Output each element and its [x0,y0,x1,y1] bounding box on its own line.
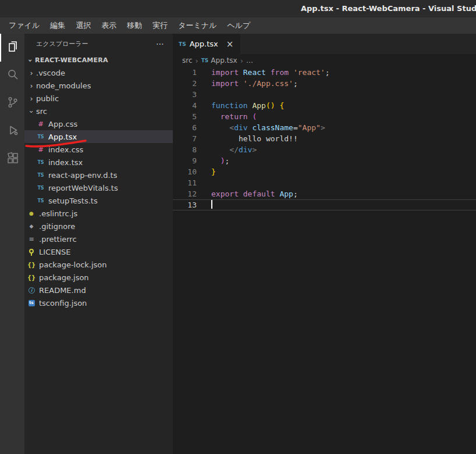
tree-item-gitignore[interactable]: ◆.gitignore [24,220,173,233]
file-label: README.md [39,286,86,295]
code-line-6[interactable]: 6 <div className="App"> [173,122,476,133]
tree-item-package-lock-json[interactable]: {}package-lock.json [24,258,173,271]
tsconfig-file-icon: ts [27,300,36,306]
tree-item-index-css[interactable]: #index.css [24,143,173,156]
line-content: } [197,166,216,177]
explorer-tree: ›.vscode›node_modules›public›src#App.css… [24,66,173,309]
code-line-12[interactable]: 12export default App; [173,188,476,199]
code-editor[interactable]: 1import React from 'react';2import './Ap… [173,67,476,454]
more-actions-button[interactable]: ⋯ [156,39,165,48]
menu-item-help[interactable]: ヘルプ [222,17,255,34]
explorer-icon [6,40,20,56]
close-icon[interactable]: × [226,39,234,49]
json-file-icon: {} [27,274,36,281]
file-label: .gitignore [39,222,75,231]
line-number: 8 [173,144,197,155]
menu-item-file[interactable]: ファイル [3,17,45,34]
menu-item-terminal[interactable]: ターミナル [173,17,222,34]
file-label: setupTests.ts [48,196,98,205]
line-content: ); [197,155,229,166]
file-label: LICENSE [39,248,71,256]
line-content: return ( [197,111,257,122]
tree-item-public[interactable]: ›public [24,92,173,105]
breadcrumb-item-3[interactable]: … [246,56,253,65]
line-number: 2 [173,78,197,89]
tree-item-index-tsx[interactable]: TSindex.tsx [24,156,173,169]
line-content [197,89,211,100]
line-content: hello world!! [197,133,298,144]
file-label: reportWebVitals.ts [48,184,118,192]
run-debug-button[interactable] [0,117,24,145]
file-label: package.json [39,273,89,282]
tree-item-reportwebvitals-ts[interactable]: TSreportWebVitals.ts [24,181,173,194]
editor-area: TS App.tsx × src›TSApp.tsx›… 1import Rea… [173,34,476,454]
tree-item-tsconfig-json[interactable]: tstsconfig.json [24,296,173,309]
tree-item-eslintrc-js[interactable]: ●.eslintrc.js [24,207,173,220]
tree-item-readme-md[interactable]: iREADME.md [24,284,173,296]
root-folder-label: REACT-WEBCAMERA [35,56,108,64]
code-line-10[interactable]: 10} [173,166,476,177]
code-line-11[interactable]: 11 [173,177,476,188]
code-line-5[interactable]: 5 return ( [173,111,476,122]
search-button[interactable] [0,62,24,90]
tab-app-tsx[interactable]: TS App.tsx × [173,34,240,54]
menu-item-edit[interactable]: 編集 [45,17,70,34]
chevron-right-icon: › [27,81,36,90]
code-line-13[interactable]: 13 [173,199,476,210]
menu-item-go[interactable]: 移動 [122,17,147,34]
menu-item-run[interactable]: 実行 [147,17,173,34]
tree-item-package-json[interactable]: {}package.json [24,271,173,284]
chevron-right-icon: › [27,94,36,103]
file-label: .vscode [36,69,65,77]
text-cursor [211,200,212,209]
chevron-down-icon: › [26,56,35,65]
code-line-4[interactable]: 4function App() { [173,100,476,111]
breadcrumb-separator-icon: › [196,56,198,65]
tree-item-prettierrc[interactable]: ≡.prettierrc [24,233,173,245]
line-content: function App() { [197,100,284,111]
source-control-button[interactable] [0,90,24,117]
ts-file-icon: TS [36,185,45,191]
line-number: 1 [173,67,197,78]
code-line-2[interactable]: 2import './App.css'; [173,78,476,89]
explorer-title: エクスプローラー [36,40,88,48]
title-bar: App.tsx - React-WebCamera - Visual Studi… [0,0,476,17]
file-label: App.tsx [48,133,77,141]
breadcrumb-item-2[interactable]: TSApp.tsx [201,56,237,65]
tree-item-node-modules[interactable]: ›node_modules [24,79,173,92]
css-file-icon: # [36,120,45,128]
ts-file-icon: TS [36,173,45,178]
file-label: public [36,94,59,103]
line-number: 9 [173,155,197,166]
menu-item-selection[interactable]: 選択 [70,17,96,34]
tree-item-license[interactable]: LICENSE [24,245,173,258]
code-line-3[interactable]: 3 [173,89,476,100]
code-line-9[interactable]: 9 ); [173,155,476,166]
tree-item-app-css[interactable]: #App.css [24,117,173,130]
tree-item-vscode[interactable]: ›.vscode [24,66,173,79]
file-label: node_modules [36,81,91,90]
tree-item-setuptests-ts[interactable]: TSsetupTests.ts [24,194,173,207]
explorer-button[interactable] [0,34,24,62]
line-number: 3 [173,89,197,100]
line-content: import React from 'react'; [197,67,330,78]
file-label: package-lock.json [39,260,107,269]
code-line-8[interactable]: 8 </div> [173,144,476,155]
ts-file-icon: TS [36,160,45,165]
line-number: 6 [173,122,197,133]
tree-item-app-tsx[interactable]: TSApp.tsx [24,130,173,143]
css-file-icon: # [36,146,45,153]
code-line-1[interactable]: 1import React from 'react'; [173,67,476,78]
menu-bar: ファイル編集選択表示移動実行ターミナルヘルプ [0,17,476,34]
tree-root-react-webcamera[interactable]: › REACT-WEBCAMERA [24,53,173,66]
tree-item-src[interactable]: ›src [24,105,173,117]
breadcrumb-item-1[interactable]: src [182,56,193,65]
breadcrumb-label: … [246,56,253,65]
extensions-button[interactable] [0,145,24,173]
code-line-7[interactable]: 7 hello world!! [173,133,476,144]
tree-item-react-app-env-d-ts[interactable]: TSreact-app-env.d.ts [24,169,173,181]
menu-item-view[interactable]: 表示 [96,17,122,34]
chevron-right-icon: › [27,69,36,77]
line-content: export default App; [197,188,298,199]
sidebar: エクスプローラー ⋯ › REACT-WEBCAMERA ›.vscode›no… [24,34,173,454]
